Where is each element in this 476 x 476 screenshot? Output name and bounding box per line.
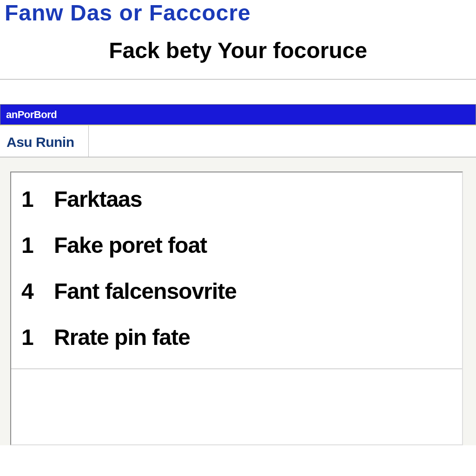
list-number: 4 bbox=[21, 278, 46, 304]
divider bbox=[0, 79, 476, 80]
list-item[interactable]: 4 Fant falcensovrite bbox=[11, 277, 462, 310]
list-item[interactable]: 1 Farktaas bbox=[11, 185, 462, 218]
list-text: Fant falcensovrite bbox=[54, 278, 237, 304]
list-number: 1 bbox=[21, 186, 46, 212]
list-text: Fake poret foat bbox=[54, 232, 207, 258]
list-container: 1 Farktaas 1 Fake poret foat 4 Fant falc… bbox=[10, 172, 463, 445]
list-number: 1 bbox=[21, 232, 46, 258]
divider bbox=[11, 369, 462, 369]
toolbar-selection-text: anPorBord bbox=[6, 109, 57, 121]
header-area: Fanw Das or Faccocre Fack bety Your foco… bbox=[0, 0, 476, 79]
list-text: Rrate pin fate bbox=[54, 324, 190, 350]
toolbar-selection[interactable]: anPorBord bbox=[0, 104, 476, 126]
page-title-sub: Fack bety Your focoruce bbox=[0, 29, 476, 73]
tab-label: Asu Runin bbox=[7, 134, 74, 150]
list-item[interactable]: 1 Rrate pin fate bbox=[11, 323, 462, 356]
list-text: Farktaas bbox=[54, 186, 142, 212]
list-number: 1 bbox=[21, 324, 46, 350]
page-title-top: Fanw Das or Faccocre bbox=[0, 0, 476, 29]
content-panel: 1 Farktaas 1 Fake poret foat 4 Fant falc… bbox=[0, 157, 476, 445]
tab-main[interactable]: Asu Runin bbox=[0, 126, 89, 157]
tab-strip: Asu Runin bbox=[0, 126, 476, 157]
list-item[interactable]: 1 Fake poret foat bbox=[11, 231, 462, 264]
